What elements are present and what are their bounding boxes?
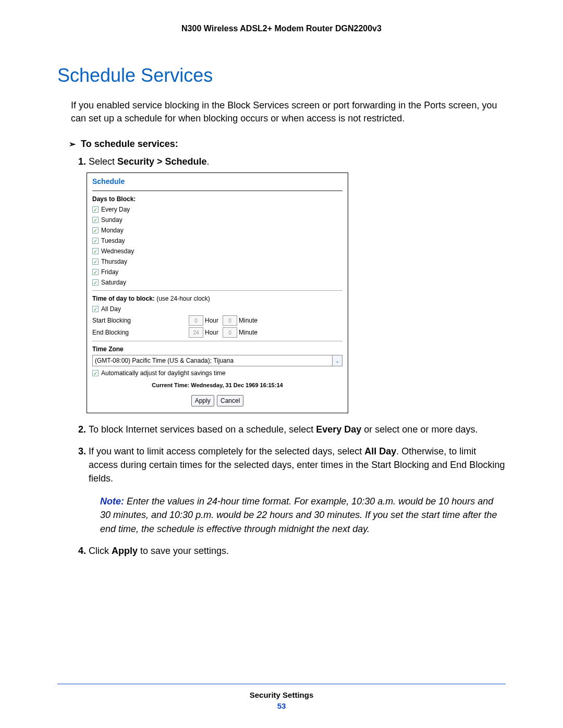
divider (92, 290, 342, 291)
step-4-pre: Click (89, 546, 112, 556)
chevron-down-icon: ⌄ (332, 355, 342, 366)
chk-every-day[interactable]: ✓Every Day (92, 205, 342, 214)
chk-label: Sunday (101, 215, 123, 225)
document-header: N300 Wireless ADSL2+ Modem Router DGN220… (57, 24, 506, 33)
button-row: Apply Cancel (92, 395, 342, 406)
chk-label: Friday (101, 267, 118, 277)
hour-unit: Hour (205, 328, 218, 337)
chk-label: All Day (101, 304, 121, 314)
checkbox-icon: ✓ (92, 227, 99, 233)
checkbox-icon: ✓ (92, 238, 99, 244)
time-label-hint: (use 24-hour clock) (156, 295, 210, 302)
chk-label: Tuesday (101, 236, 125, 245)
chk-label: Wednesday (101, 246, 134, 256)
time-zone-value: (GMT-08:00) Pacific Time (US & Canada); … (93, 356, 332, 365)
step-1-bold: Security > Schedule (117, 156, 207, 167)
chk-tuesday[interactable]: ✓Tuesday (92, 236, 342, 245)
checkbox-icon: ✓ (92, 258, 99, 265)
section-heading: Schedule Services (57, 65, 506, 87)
chk-monday[interactable]: ✓Monday (92, 226, 342, 235)
chk-all-day[interactable]: ✓All Day (92, 304, 342, 314)
footer: Security Settings 53 (0, 684, 563, 710)
time-zone-select[interactable]: (GMT-08:00) Pacific Time (US & Canada); … (92, 355, 342, 366)
footer-rule (57, 684, 506, 684)
checkbox-icon: ✓ (92, 269, 99, 275)
checkbox-icon: ✓ (92, 206, 99, 213)
step-3-pre: If you want to limit access completely f… (89, 446, 364, 456)
chk-sunday[interactable]: ✓Sunday (92, 215, 342, 225)
chk-dst[interactable]: ✓Automatically adjust for daylight savin… (92, 368, 342, 378)
step-3: If you want to limit access completely f… (89, 445, 506, 536)
chk-label: Thursday (101, 257, 127, 266)
apply-button[interactable]: Apply (191, 395, 214, 406)
checkbox-icon: ✓ (92, 370, 99, 376)
min-unit: Minute (239, 328, 258, 337)
time-label-bold: Time of day to block: (92, 295, 156, 302)
time-of-day-label: Time of day to block: (use 24-hour clock… (92, 294, 342, 303)
panel-title: Schedule (92, 176, 342, 191)
step-2-post: or select one or more days. (361, 424, 478, 435)
chk-label: Monday (101, 226, 124, 235)
checkbox-icon: ✓ (92, 217, 99, 223)
step-1: Select Security > Schedule. Schedule Day… (89, 155, 506, 413)
step-4: Click Apply to save your settings. (89, 544, 506, 558)
chk-saturday[interactable]: ✓Saturday (92, 278, 342, 287)
task-label: To schedule services: (81, 139, 178, 150)
note-block: Note: Enter the values in 24-hour time f… (100, 495, 506, 535)
hour-unit: Hour (205, 316, 218, 325)
task-heading: ➢ To schedule services: (69, 139, 506, 150)
start-min-input[interactable] (223, 315, 237, 326)
checkbox-icon: ✓ (92, 306, 99, 312)
chk-label: Saturday (101, 278, 126, 287)
current-time-label: Current Time: Wednesday, 31 Dec 1969 16:… (92, 381, 342, 390)
intro-paragraph: If you enabled service blocking in the B… (71, 99, 506, 125)
page-container: N300 Wireless ADSL2+ Modem Router DGN220… (0, 0, 563, 728)
step-3-bold: All Day (364, 446, 396, 456)
cancel-button[interactable]: Cancel (217, 395, 243, 406)
step-4-post: to save your settings. (138, 546, 229, 556)
schedule-screenshot: Schedule Days to Block: ✓Every Day ✓Sund… (87, 172, 348, 413)
min-unit: Minute (239, 316, 258, 325)
end-hour-input[interactable] (189, 327, 203, 338)
chk-label: Automatically adjust for daylight saving… (101, 368, 226, 378)
days-to-block-label: Days to Block: (92, 194, 342, 204)
end-blocking-label: End Blocking (92, 328, 189, 337)
step-1-pre: Select (89, 156, 117, 167)
checkbox-icon: ✓ (92, 248, 99, 254)
chk-thursday[interactable]: ✓Thursday (92, 257, 342, 266)
chk-wednesday[interactable]: ✓Wednesday (92, 246, 342, 256)
chk-friday[interactable]: ✓Friday (92, 267, 342, 277)
end-blocking-row: End Blocking Hour Minute (92, 327, 342, 338)
chk-label: Every Day (101, 205, 130, 214)
checkbox-icon: ✓ (92, 279, 99, 286)
note-label: Note: (100, 496, 127, 507)
start-hour-input[interactable] (189, 315, 203, 326)
step-2-bold: Every Day (316, 424, 361, 435)
steps-list: Select Security > Schedule. Schedule Day… (73, 155, 506, 557)
arrow-icon: ➢ (69, 139, 76, 149)
start-blocking-label: Start Blocking (92, 316, 189, 325)
step-4-bold: Apply (112, 546, 138, 556)
step-2: To block Internet services based on a sc… (89, 423, 506, 436)
time-zone-label: Time Zone (92, 344, 342, 354)
step-2-pre: To block Internet services based on a sc… (89, 424, 316, 435)
divider (92, 341, 342, 341)
footer-page-number: 53 (0, 701, 563, 710)
step-1-post: . (207, 156, 210, 167)
end-min-input[interactable] (223, 327, 237, 338)
note-text: Enter the values in 24-hour time format.… (100, 496, 497, 534)
start-blocking-row: Start Blocking Hour Minute (92, 315, 342, 326)
footer-section-title: Security Settings (0, 690, 563, 699)
